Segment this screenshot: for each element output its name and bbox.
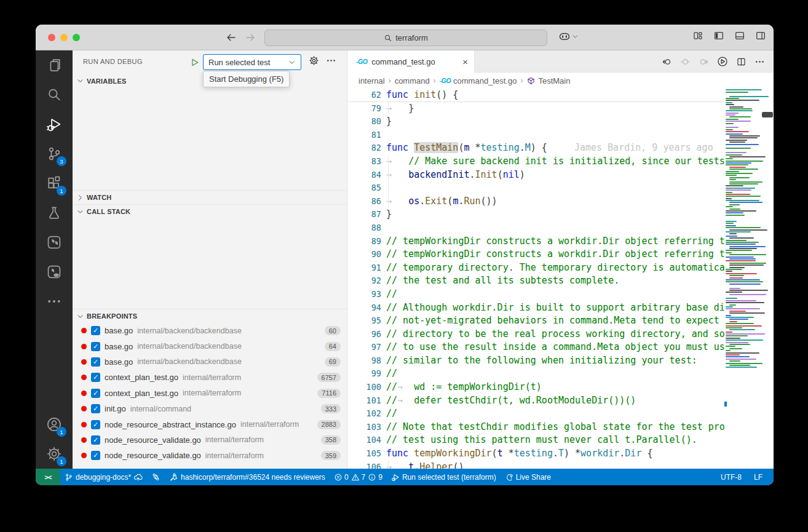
line-number[interactable]: 99 [347, 367, 381, 381]
line-number[interactable]: 87 [347, 208, 381, 221]
line-number[interactable]: 91 [347, 261, 381, 275]
code-line[interactable]: 100//→ wd := tempWorkingDir(t) [347, 381, 724, 394]
line-number[interactable]: 80 [347, 115, 381, 129]
compare-changes-item[interactable] [147, 469, 165, 485]
code-line[interactable]: 89// tempWorkingDir constructs a workdir… [347, 235, 724, 248]
line-number[interactable]: 92 [347, 274, 381, 288]
code-line[interactable]: 84→ backendInit.Init(nil) [347, 169, 724, 182]
watch-section-header[interactable]: WATCH [73, 190, 347, 204]
breadcrumb-command[interactable]: command [395, 76, 430, 85]
breakpoint-row[interactable]: ✓node_resource_validate.gointernal/terra… [73, 448, 347, 463]
line-number[interactable]: 88 [347, 221, 381, 235]
line-number[interactable]: 94 [347, 301, 381, 315]
close-window-button[interactable] [48, 34, 55, 41]
pull-request-status-item[interactable]: hashicorp/terraform#36524 needs reviewer… [165, 469, 330, 485]
zoom-window-button[interactable] [73, 34, 80, 41]
line-number[interactable]: 89 [347, 235, 381, 248]
breakpoint-row[interactable]: ✓context_plan_test.gointernal/terraform7… [73, 386, 347, 401]
activity-bar-item-terraform[interactable] [36, 228, 73, 257]
debug-continue-icon[interactable] [699, 57, 709, 67]
code-line[interactable]: 83→ // Make sure backend init is initial… [347, 155, 724, 169]
command-center-search[interactable]: terraform [264, 30, 547, 46]
line-number[interactable]: 79 [347, 102, 381, 116]
breakpoint-checkbox[interactable]: ✓ [91, 451, 100, 460]
line-number[interactable]: 106 [347, 461, 381, 469]
scrollbar-thumb[interactable] [762, 112, 773, 117]
breakpoints-section-header[interactable]: BREAKPOINTS [73, 309, 347, 323]
breakpoint-row[interactable]: ✓base.gointernal/backend/backendbase64 [73, 338, 347, 354]
code-editor[interactable]: 62func init() {79→ }80}8182func TestMain… [347, 89, 774, 469]
activity-bar-item-search[interactable] [36, 80, 73, 109]
navigate-forward-button[interactable] [242, 30, 258, 46]
code-line[interactable]: 91// temporary directory. The temporary … [347, 261, 724, 275]
run-task-status-item[interactable]: Run selected test (terraform) [387, 469, 501, 485]
code-line[interactable]: 81 [347, 129, 724, 142]
breakpoint-checkbox[interactable]: ✓ [91, 326, 100, 335]
code-line[interactable]: 103// Note that testChdir modifies globa… [347, 421, 724, 434]
line-number[interactable]: 93 [347, 288, 381, 301]
line-number[interactable]: 95 [347, 314, 381, 328]
breakpoint-checkbox[interactable]: ✓ [91, 373, 100, 382]
toggle-panel-button[interactable] [734, 30, 745, 41]
code-line[interactable]: 93// [347, 288, 724, 301]
close-tab-icon[interactable]: × [462, 57, 468, 66]
breadcrumb-internal[interactable]: internal [358, 76, 385, 85]
breakpoint-row[interactable]: ✓node_resource_validate.gointernal/terra… [73, 432, 347, 448]
code-line[interactable]: 102// [347, 407, 724, 421]
activity-bar-item-settings[interactable]: 1 [36, 439, 73, 469]
breakpoint-row[interactable]: ✓init.gointernal/command333 [73, 401, 347, 416]
code-line[interactable]: 82func TestMain(m *testing.M) {James Bar… [347, 141, 724, 155]
activity-bar-item-accounts[interactable]: 1 [36, 410, 73, 439]
breakpoint-row[interactable]: ✓base.gointernal/backend/backendbase60 [73, 323, 347, 338]
toggle-primary-sidebar-button[interactable] [713, 30, 724, 41]
breakpoint-row[interactable]: ✓node_resource_abstract_instance.gointer… [73, 416, 347, 432]
line-number[interactable]: 105 [347, 447, 381, 461]
code-line[interactable]: 105func tempWorkingDir(t *testing.T) *wo… [347, 447, 724, 461]
code-line[interactable]: 87} [347, 208, 724, 221]
debug-settings-gear-button[interactable] [309, 55, 319, 66]
debug-configuration-dropdown[interactable]: Run selected test [203, 54, 301, 70]
sticky-code-line[interactable]: 62func init() { [347, 89, 724, 102]
line-number[interactable]: 86 [347, 195, 381, 208]
line-number[interactable]: 84 [347, 169, 381, 182]
code-line[interactable]: 96// directory to be the real process wo… [347, 328, 724, 341]
copilot-menu-button[interactable] [558, 30, 579, 42]
line-number[interactable]: 101 [347, 394, 381, 408]
activity-bar-item-explorer[interactable] [36, 50, 73, 80]
activity-bar-item-hcp-terraform[interactable] [36, 257, 73, 287]
line-number[interactable]: 81 [347, 129, 381, 142]
code-line[interactable]: 94// Although workdir.Dir is built to su… [347, 301, 724, 315]
line-number[interactable]: 104 [347, 434, 381, 447]
debug-more-actions-button[interactable] [326, 55, 336, 66]
toggle-secondary-sidebar-button[interactable] [755, 30, 766, 41]
split-editor-button[interactable] [736, 57, 747, 67]
call-stack-section-header[interactable]: CALL STACK [73, 204, 347, 218]
line-number[interactable]: 90 [347, 248, 381, 261]
live-share-status-item[interactable]: Live Share [501, 469, 555, 485]
line-number[interactable]: 83 [347, 155, 381, 169]
minimap[interactable] [724, 89, 770, 469]
navigate-back-button[interactable] [223, 30, 239, 46]
editor-more-actions-button[interactable] [755, 57, 765, 67]
encoding-status-item[interactable]: UTF-8 [715, 469, 748, 485]
activity-bar-item-run-and-debug[interactable] [36, 109, 73, 139]
debug-reverse-continue-icon[interactable] [662, 57, 672, 67]
code-line[interactable]: 101//→ defer testChdir(t, wd.RootModuleD… [347, 394, 724, 408]
breakpoint-row[interactable]: ✓context_plan_test.gointernal/terraform6… [73, 370, 347, 385]
code-line[interactable]: 92// the test and all its subtests compl… [347, 274, 724, 288]
code-line[interactable]: 97// to use the result inside a command.… [347, 341, 724, 354]
code-line[interactable]: 79→ } [347, 102, 724, 116]
activity-bar-item-extensions[interactable]: 1 [36, 169, 73, 198]
activity-bar-item-testing[interactable] [36, 198, 73, 228]
activity-bar-item-additional-views[interactable] [36, 287, 73, 316]
code-line[interactable]: 90// tempWorkingDir constructs a workdir… [347, 248, 724, 261]
minimize-window-button[interactable] [60, 34, 68, 41]
breakpoint-checkbox[interactable]: ✓ [91, 389, 100, 398]
tab-command-test-go[interactable]: -GO command_test.go × [347, 50, 475, 73]
code-line[interactable]: 106→ t.Helper() [347, 461, 724, 469]
code-line[interactable]: 86→ os.Exit(m.Run()) [347, 195, 724, 208]
line-number[interactable]: 98 [347, 354, 381, 368]
breakpoint-checkbox[interactable]: ✓ [91, 404, 100, 413]
line-number[interactable]: 102 [347, 407, 381, 421]
breakpoint-checkbox[interactable]: ✓ [91, 342, 100, 351]
